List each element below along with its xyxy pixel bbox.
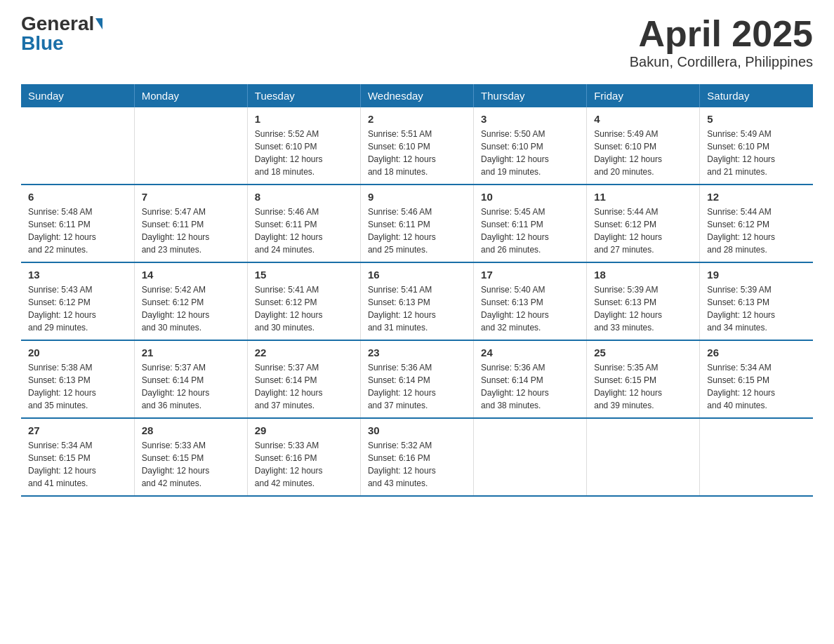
calendar-cell: 12Sunrise: 5:44 AMSunset: 6:12 PMDayligh… xyxy=(700,185,813,262)
day-info: Sunrise: 5:49 AMSunset: 6:10 PMDaylight:… xyxy=(707,128,806,178)
day-info: Sunrise: 5:50 AMSunset: 6:10 PMDaylight:… xyxy=(481,128,579,178)
day-number: 9 xyxy=(368,191,466,203)
calendar-cell: 1Sunrise: 5:52 AMSunset: 6:10 PMDaylight… xyxy=(247,107,360,185)
logo-general-text: General xyxy=(21,14,94,34)
day-info: Sunrise: 5:37 AMSunset: 6:14 PMDaylight:… xyxy=(255,361,353,412)
day-info: Sunrise: 5:36 AMSunset: 6:14 PMDaylight:… xyxy=(368,361,466,412)
day-header-wednesday: Wednesday xyxy=(360,84,473,107)
calendar-cell: 25Sunrise: 5:35 AMSunset: 6:15 PMDayligh… xyxy=(587,340,700,418)
calendar-cell: 9Sunrise: 5:46 AMSunset: 6:11 PMDaylight… xyxy=(360,185,473,262)
day-info: Sunrise: 5:51 AMSunset: 6:10 PMDaylight:… xyxy=(368,128,466,178)
page-header: General Blue April 2025 Bakun, Cordiller… xyxy=(21,14,813,70)
calendar-cell: 18Sunrise: 5:39 AMSunset: 6:13 PMDayligh… xyxy=(587,262,700,340)
day-info: Sunrise: 5:34 AMSunset: 6:15 PMDaylight:… xyxy=(707,361,806,412)
calendar-cell xyxy=(134,107,247,185)
day-number: 10 xyxy=(481,191,579,203)
calendar-title: April 2025 xyxy=(630,14,813,54)
day-header-sunday: Sunday xyxy=(21,84,134,107)
day-info: Sunrise: 5:47 AMSunset: 6:11 PMDaylight:… xyxy=(142,206,240,256)
calendar-cell: 24Sunrise: 5:36 AMSunset: 6:14 PMDayligh… xyxy=(474,340,587,418)
day-number: 7 xyxy=(142,191,240,203)
day-number: 16 xyxy=(368,269,466,281)
day-header-thursday: Thursday xyxy=(474,84,587,107)
day-number: 4 xyxy=(594,113,692,125)
calendar-cell: 2Sunrise: 5:51 AMSunset: 6:10 PMDaylight… xyxy=(360,107,473,185)
day-info: Sunrise: 5:48 AMSunset: 6:11 PMDaylight:… xyxy=(28,206,127,256)
day-number: 2 xyxy=(368,113,466,125)
day-number: 8 xyxy=(255,191,353,203)
day-info: Sunrise: 5:46 AMSunset: 6:11 PMDaylight:… xyxy=(368,206,466,256)
day-info: Sunrise: 5:40 AMSunset: 6:13 PMDaylight:… xyxy=(481,283,579,334)
day-info: Sunrise: 5:44 AMSunset: 6:12 PMDaylight:… xyxy=(707,206,806,256)
day-info: Sunrise: 5:45 AMSunset: 6:11 PMDaylight:… xyxy=(481,206,579,256)
calendar-cell: 11Sunrise: 5:44 AMSunset: 6:12 PMDayligh… xyxy=(587,185,700,262)
week-row-5: 27Sunrise: 5:34 AMSunset: 6:15 PMDayligh… xyxy=(21,418,813,496)
day-info: Sunrise: 5:52 AMSunset: 6:10 PMDaylight:… xyxy=(255,128,353,178)
calendar-cell: 23Sunrise: 5:36 AMSunset: 6:14 PMDayligh… xyxy=(360,340,473,418)
logo-blue-text: Blue xyxy=(21,34,64,53)
day-header-friday: Friday xyxy=(587,84,700,107)
day-info: Sunrise: 5:43 AMSunset: 6:12 PMDaylight:… xyxy=(28,283,127,334)
day-number: 28 xyxy=(142,424,240,436)
calendar-cell: 20Sunrise: 5:38 AMSunset: 6:13 PMDayligh… xyxy=(21,340,134,418)
calendar-cell: 7Sunrise: 5:47 AMSunset: 6:11 PMDaylight… xyxy=(134,185,247,262)
day-number: 15 xyxy=(255,269,353,281)
logo-triangle-icon xyxy=(95,18,102,29)
logo: General Blue xyxy=(21,14,102,53)
day-number: 25 xyxy=(594,347,692,358)
week-row-2: 6Sunrise: 5:48 AMSunset: 6:11 PMDaylight… xyxy=(21,185,813,262)
day-info: Sunrise: 5:41 AMSunset: 6:12 PMDaylight:… xyxy=(255,283,353,334)
week-row-3: 13Sunrise: 5:43 AMSunset: 6:12 PMDayligh… xyxy=(21,262,813,340)
day-info: Sunrise: 5:41 AMSunset: 6:13 PMDaylight:… xyxy=(368,283,466,334)
header-row: SundayMondayTuesdayWednesdayThursdayFrid… xyxy=(21,84,813,107)
day-info: Sunrise: 5:33 AMSunset: 6:16 PMDaylight:… xyxy=(255,439,353,490)
day-info: Sunrise: 5:39 AMSunset: 6:13 PMDaylight:… xyxy=(707,283,806,334)
day-number: 17 xyxy=(481,269,579,281)
day-number: 5 xyxy=(707,113,806,125)
day-number: 3 xyxy=(481,113,579,125)
calendar-cell: 5Sunrise: 5:49 AMSunset: 6:10 PMDaylight… xyxy=(700,107,813,185)
calendar-cell: 28Sunrise: 5:33 AMSunset: 6:15 PMDayligh… xyxy=(134,418,247,496)
calendar-cell: 16Sunrise: 5:41 AMSunset: 6:13 PMDayligh… xyxy=(360,262,473,340)
day-info: Sunrise: 5:44 AMSunset: 6:12 PMDaylight:… xyxy=(594,206,692,256)
day-number: 19 xyxy=(707,269,806,281)
calendar-cell: 15Sunrise: 5:41 AMSunset: 6:12 PMDayligh… xyxy=(247,262,360,340)
day-info: Sunrise: 5:46 AMSunset: 6:11 PMDaylight:… xyxy=(255,206,353,256)
calendar-cell: 26Sunrise: 5:34 AMSunset: 6:15 PMDayligh… xyxy=(700,340,813,418)
day-number: 30 xyxy=(368,424,466,436)
day-number: 18 xyxy=(594,269,692,281)
calendar-cell xyxy=(587,418,700,496)
title-block: April 2025 Bakun, Cordillera, Philippine… xyxy=(630,14,813,70)
day-info: Sunrise: 5:35 AMSunset: 6:15 PMDaylight:… xyxy=(594,361,692,412)
day-number: 13 xyxy=(28,269,127,281)
calendar-cell: 14Sunrise: 5:42 AMSunset: 6:12 PMDayligh… xyxy=(134,262,247,340)
day-info: Sunrise: 5:49 AMSunset: 6:10 PMDaylight:… xyxy=(594,128,692,178)
day-number: 24 xyxy=(481,347,579,358)
day-number: 22 xyxy=(255,347,353,358)
day-number: 12 xyxy=(707,191,806,203)
day-info: Sunrise: 5:38 AMSunset: 6:13 PMDaylight:… xyxy=(28,361,127,412)
calendar-cell: 21Sunrise: 5:37 AMSunset: 6:14 PMDayligh… xyxy=(134,340,247,418)
day-number: 21 xyxy=(142,347,240,358)
day-number: 27 xyxy=(28,424,127,436)
day-number: 14 xyxy=(142,269,240,281)
day-number: 20 xyxy=(28,347,127,358)
day-header-monday: Monday xyxy=(134,84,247,107)
day-number: 29 xyxy=(255,424,353,436)
day-number: 6 xyxy=(28,191,127,203)
calendar-cell: 3Sunrise: 5:50 AMSunset: 6:10 PMDaylight… xyxy=(474,107,587,185)
calendar-cell: 4Sunrise: 5:49 AMSunset: 6:10 PMDaylight… xyxy=(587,107,700,185)
calendar-cell: 10Sunrise: 5:45 AMSunset: 6:11 PMDayligh… xyxy=(474,185,587,262)
day-info: Sunrise: 5:42 AMSunset: 6:12 PMDaylight:… xyxy=(142,283,240,334)
calendar-cell: 17Sunrise: 5:40 AMSunset: 6:13 PMDayligh… xyxy=(474,262,587,340)
day-header-saturday: Saturday xyxy=(700,84,813,107)
calendar-cell xyxy=(700,418,813,496)
day-number: 11 xyxy=(594,191,692,203)
day-number: 26 xyxy=(707,347,806,358)
day-info: Sunrise: 5:37 AMSunset: 6:14 PMDaylight:… xyxy=(142,361,240,412)
calendar-subtitle: Bakun, Cordillera, Philippines xyxy=(630,54,813,70)
day-info: Sunrise: 5:34 AMSunset: 6:15 PMDaylight:… xyxy=(28,439,127,490)
calendar-cell: 30Sunrise: 5:32 AMSunset: 6:16 PMDayligh… xyxy=(360,418,473,496)
day-header-tuesday: Tuesday xyxy=(247,84,360,107)
calendar-cell: 29Sunrise: 5:33 AMSunset: 6:16 PMDayligh… xyxy=(247,418,360,496)
